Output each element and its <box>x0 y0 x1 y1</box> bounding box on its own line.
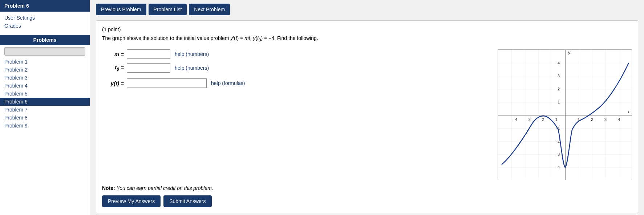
svg-text:-4: -4 <box>556 165 560 170</box>
svg-text:-3: -3 <box>556 152 560 157</box>
problem-6-link[interactable]: Problem 6 <box>0 98 90 106</box>
svg-text:2: 2 <box>558 87 560 91</box>
svg-text:-2: -2 <box>556 139 560 143</box>
yt-field-row: y(t) = help (formulas) <box>102 78 492 88</box>
user-settings-link[interactable]: User Settings <box>4 14 85 22</box>
problems-header: Problems <box>0 35 90 45</box>
problem-4-link[interactable]: Problem 4 <box>0 82 90 90</box>
problem-3-link[interactable]: Problem 3 <box>0 74 90 82</box>
preview-answers-button[interactable]: Preview My Answers <box>102 195 161 207</box>
bottom-buttons-area: Preview My Answers Submit Answers <box>102 195 632 207</box>
svg-text:2: 2 <box>591 117 593 122</box>
problem-search-input[interactable] <box>4 47 85 56</box>
sidebar-active-problem: Problem 6 <box>0 0 90 12</box>
t0-help-link[interactable]: help (numbers) <box>175 65 209 71</box>
problem-1-link[interactable]: Problem 1 <box>0 58 90 66</box>
submit-answers-button[interactable]: Submit Answers <box>163 195 211 207</box>
m-input[interactable] <box>127 49 170 59</box>
t0-field-row: t0 = help (numbers) <box>102 63 492 73</box>
prev-problem-button[interactable]: Previous Problem <box>96 4 146 15</box>
graph-area: y t 4 3 2 1 -1 -2 -3 -4 -4 -3 -2 -1 <box>498 49 632 180</box>
sidebar-links-area: User Settings Grades <box>0 12 90 32</box>
problem-list-button[interactable]: Problem List <box>149 4 187 15</box>
problem-9-link[interactable]: Problem 9 <box>0 122 90 130</box>
problem-search-area <box>4 47 85 56</box>
form-area: m = help (numbers) t0 = help (numbers) y… <box>102 49 492 180</box>
svg-text:-4: -4 <box>514 117 517 122</box>
yt-label: y(t) = <box>102 80 124 86</box>
graph-svg: y t 4 3 2 1 -1 -2 -3 -4 -4 -3 -2 -1 <box>498 50 632 180</box>
problem-5-link[interactable]: Problem 5 <box>0 90 90 98</box>
problem-8-link[interactable]: Problem 8 <box>0 114 90 122</box>
main-content: Previous Problem Problem List Next Probl… <box>90 0 644 215</box>
next-problem-button[interactable]: Next Problem <box>189 4 230 15</box>
problem-points: (1 point) <box>102 27 632 32</box>
svg-text:3: 3 <box>558 74 560 78</box>
grades-link[interactable]: Grades <box>4 22 85 30</box>
nav-buttons-area: Previous Problem Problem List Next Probl… <box>96 4 638 15</box>
svg-text:-1: -1 <box>554 117 558 122</box>
m-field-row: m = help (numbers) <box>102 49 492 59</box>
problem-box: (1 point) The graph shows the solution t… <box>96 20 638 213</box>
svg-text:4: 4 <box>558 61 560 65</box>
sidebar: Problem 6 User Settings Grades Problems … <box>0 0 90 215</box>
yt-input[interactable] <box>127 78 207 88</box>
problem-7-link[interactable]: Problem 7 <box>0 106 90 114</box>
m-help-link[interactable]: help (numbers) <box>175 51 209 57</box>
note-text: You can earn partial credit on this prob… <box>117 185 213 191</box>
svg-text:3: 3 <box>604 117 607 122</box>
problem-list: Problem 1 Problem 2 Problem 3 Problem 4 … <box>0 58 90 130</box>
m-label: m = <box>102 51 124 57</box>
problem-math: y′(t) = mt, y(t0) = −4 <box>230 35 274 41</box>
svg-text:4: 4 <box>618 117 620 122</box>
svg-text:1: 1 <box>558 100 560 104</box>
note-prefix: Note: <box>102 185 115 191</box>
svg-text:-2: -2 <box>540 117 544 122</box>
problem-2-link[interactable]: Problem 2 <box>0 66 90 74</box>
problem-statement: The graph shows the solution to the init… <box>102 35 632 43</box>
t0-label: t0 = <box>102 64 124 72</box>
content-area: m = help (numbers) t0 = help (numbers) y… <box>102 49 632 180</box>
note-area: Note: You can earn partial credit on thi… <box>102 185 632 191</box>
svg-text:-3: -3 <box>527 117 531 122</box>
t0-input[interactable] <box>127 63 170 73</box>
yt-help-link[interactable]: help (formulas) <box>211 80 245 86</box>
